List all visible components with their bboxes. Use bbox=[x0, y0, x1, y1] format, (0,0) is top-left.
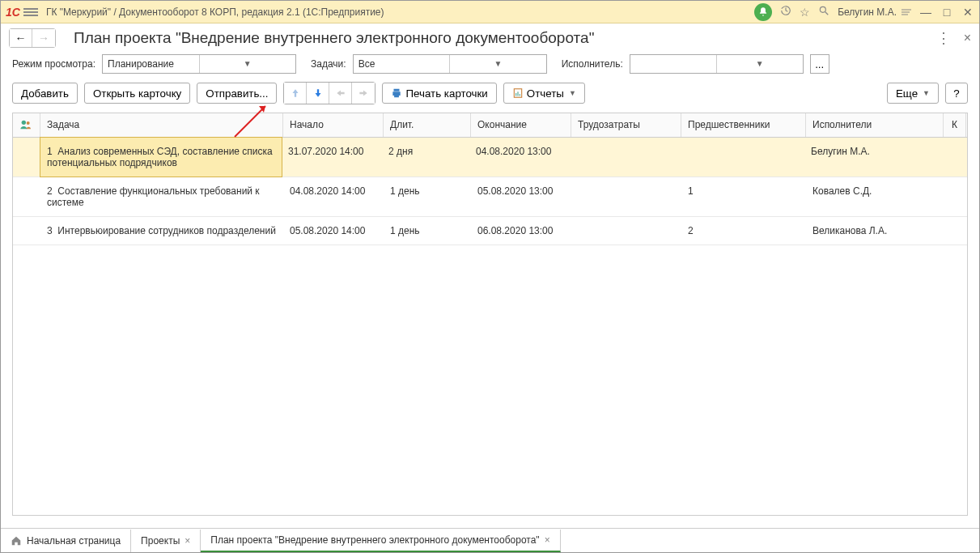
cell-end: 05.08.2020 13:00 bbox=[471, 177, 571, 216]
move-group bbox=[283, 82, 375, 104]
svg-line-1 bbox=[825, 12, 829, 15]
cell-start: 04.08.2020 14:00 bbox=[283, 177, 384, 216]
tab-close-icon[interactable]: × bbox=[185, 535, 190, 547]
cell-k bbox=[944, 217, 966, 245]
report-icon bbox=[512, 87, 524, 99]
titlebar: 1C ГК "Меркурий" / Документооборот 8 КОР… bbox=[1, 1, 979, 23]
cell-k bbox=[942, 138, 965, 177]
nav-forward-button[interactable]: → bbox=[32, 29, 55, 47]
col-icon[interactable] bbox=[13, 113, 40, 137]
window-minimize-button[interactable]: — bbox=[919, 6, 932, 19]
taskbar-home[interactable]: Начальная страница bbox=[1, 530, 131, 552]
nav-arrow-group: ← → bbox=[9, 28, 56, 48]
tasks-label: Задачи: bbox=[311, 58, 346, 70]
print-card-button[interactable]: Печать карточки bbox=[382, 83, 496, 104]
cell-duration: 1 день bbox=[384, 217, 471, 245]
chevron-down-icon[interactable]: ▼ bbox=[199, 55, 296, 73]
window-maximize-button[interactable]: □ bbox=[940, 6, 953, 19]
chevron-down-icon[interactable]: ▼ bbox=[449, 55, 546, 73]
outdent-button[interactable] bbox=[329, 83, 352, 104]
cell-duration: 2 дня bbox=[382, 138, 469, 177]
col-predecessors[interactable]: Предшественники bbox=[681, 113, 806, 137]
user-pick-button[interactable]: ... bbox=[810, 54, 829, 74]
row-icon bbox=[13, 177, 40, 216]
user-menu[interactable]: Белугин М.А. bbox=[838, 6, 911, 18]
taskbar: Начальная страница Проекты×План проекта … bbox=[1, 528, 979, 552]
mode-value: Планирование bbox=[103, 58, 199, 70]
add-button[interactable]: Добавить bbox=[12, 83, 78, 104]
svg-point-0 bbox=[820, 6, 825, 12]
col-k[interactable]: К bbox=[944, 113, 966, 137]
arrow-left-icon bbox=[335, 87, 346, 99]
user-select[interactable]: ▼ bbox=[630, 54, 804, 74]
search-icon[interactable] bbox=[818, 5, 829, 19]
arrow-up-icon bbox=[290, 87, 301, 99]
app-title: ГК "Меркурий" / Документооборот 8 КОРП, … bbox=[46, 6, 753, 18]
svg-rect-7 bbox=[517, 91, 518, 96]
row-icon bbox=[13, 217, 40, 245]
table-row[interactable]: 2 Составление функциональных требований … bbox=[13, 177, 967, 217]
people-icon bbox=[19, 119, 32, 130]
tasks-value: Все bbox=[354, 58, 450, 70]
col-task[interactable]: Задача bbox=[40, 113, 283, 137]
cell-executors: Ковалев С.Д. bbox=[806, 177, 944, 216]
move-down-button[interactable] bbox=[307, 83, 329, 104]
col-executors[interactable]: Исполнители bbox=[806, 113, 944, 137]
table-row[interactable]: 3 Интервьюирование сотрудников подраздел… bbox=[13, 217, 967, 245]
filters-row: Режим просмотра: Планирование ▼ Задачи: … bbox=[1, 51, 979, 77]
open-card-button[interactable]: Открыть карточку bbox=[84, 83, 190, 104]
main-menu-burger[interactable] bbox=[23, 6, 38, 18]
window-close-button[interactable]: ✕ bbox=[961, 6, 974, 19]
page-menu-button[interactable]: ⋮ bbox=[936, 29, 951, 47]
col-end[interactable]: Окончание bbox=[471, 113, 571, 137]
table-row[interactable]: 1 Анализ современных СЭД, составление сп… bbox=[13, 138, 967, 177]
row-icon bbox=[13, 138, 40, 177]
col-start[interactable]: Начало bbox=[283, 113, 384, 137]
cell-executors: Белугин М.А. bbox=[804, 138, 942, 177]
taskbar-tab[interactable]: Проекты× bbox=[131, 530, 201, 552]
indent-button[interactable] bbox=[352, 83, 375, 104]
move-up-button[interactable] bbox=[284, 83, 307, 104]
settings-lines-icon bbox=[902, 9, 911, 15]
mode-label: Режим просмотра: bbox=[12, 58, 95, 70]
tasks-grid: Задача Начало Длит. Окончание Трудозатра… bbox=[12, 113, 968, 516]
bell-icon bbox=[757, 6, 769, 18]
col-duration[interactable]: Длит. bbox=[384, 113, 471, 137]
nav-back-button[interactable]: ← bbox=[10, 29, 32, 47]
cell-start: 31.07.2020 14:00 bbox=[282, 138, 382, 177]
svg-point-10 bbox=[27, 121, 30, 125]
cell-predecessors: 1 bbox=[681, 177, 806, 216]
mode-select[interactable]: Планирование ▼ bbox=[102, 54, 296, 74]
home-icon bbox=[11, 535, 22, 547]
cell-start: 05.08.2020 14:00 bbox=[283, 217, 384, 245]
tab-close-icon[interactable]: × bbox=[545, 534, 550, 546]
reports-button[interactable]: Отчеты▼ bbox=[503, 83, 585, 104]
grid-header: Задача Начало Длит. Окончание Трудозатра… bbox=[13, 113, 967, 138]
cell-task: 1 Анализ современных СЭД, составление сп… bbox=[40, 137, 282, 177]
cell-executors: Великанова Л.А. bbox=[806, 217, 944, 245]
cell-duration: 1 день bbox=[384, 177, 471, 216]
cell-effort bbox=[571, 177, 681, 216]
svg-rect-6 bbox=[515, 93, 516, 96]
cell-predecessors bbox=[680, 138, 804, 177]
cell-effort bbox=[571, 217, 681, 245]
page-close-button[interactable]: × bbox=[964, 31, 971, 45]
send-button[interactable]: Отправить... bbox=[197, 83, 277, 104]
favorite-icon[interactable]: ☆ bbox=[800, 6, 810, 19]
notifications-button[interactable] bbox=[754, 3, 772, 21]
chevron-down-icon[interactable]: ▼ bbox=[716, 55, 803, 73]
arrow-down-icon bbox=[312, 87, 324, 99]
svg-point-9 bbox=[22, 121, 26, 125]
user-label: Исполнитель: bbox=[562, 58, 623, 70]
history-icon[interactable] bbox=[780, 5, 791, 19]
printer-icon bbox=[391, 87, 402, 99]
more-button[interactable]: Еще▼ bbox=[887, 83, 939, 104]
grid-body: 1 Анализ современных СЭД, составление сп… bbox=[13, 138, 967, 245]
help-button[interactable]: ? bbox=[945, 83, 968, 104]
taskbar-tab[interactable]: План проекта "Внедрение внутреннего элек… bbox=[201, 530, 560, 552]
col-effort[interactable]: Трудозатраты bbox=[571, 113, 681, 137]
tasks-select[interactable]: Все ▼ bbox=[353, 54, 547, 74]
cell-end: 06.08.2020 13:00 bbox=[471, 217, 571, 245]
cell-k bbox=[944, 177, 966, 216]
cell-task: 3 Интервьюирование сотрудников подраздел… bbox=[40, 217, 283, 245]
